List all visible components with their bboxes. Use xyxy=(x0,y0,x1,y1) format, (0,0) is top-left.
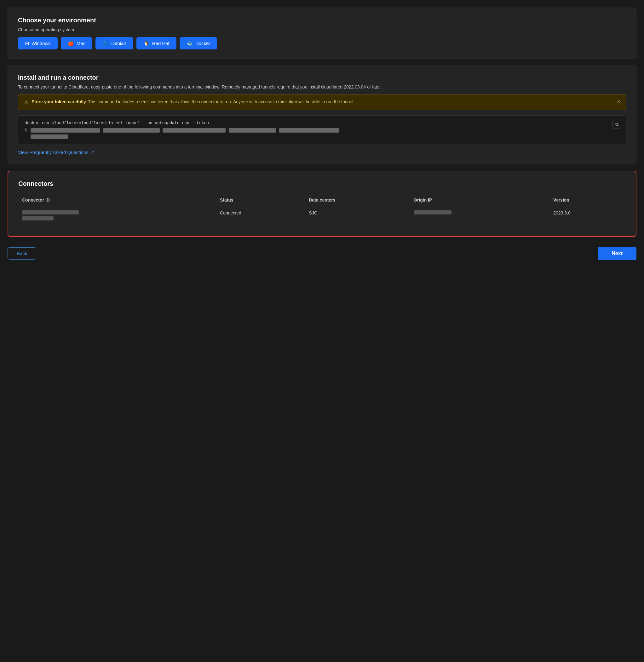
origin-ip-cell xyxy=(410,205,550,228)
os-btn-redhat-label: Red Hat xyxy=(152,41,169,46)
os-btn-debian-label: Debian xyxy=(111,41,127,46)
warning-icon: ⚠ xyxy=(24,99,28,105)
connector-id-blur-2 xyxy=(22,216,53,220)
apple-icon: 🍎 xyxy=(68,40,74,46)
command-content xyxy=(30,128,619,139)
connectors-table-header: Connector ID Status Data centers Origin … xyxy=(18,195,626,205)
warning-bold: Store your token carefully. xyxy=(31,99,87,104)
origin-ip-blur xyxy=(414,210,452,214)
next-button[interactable]: Next xyxy=(598,247,637,260)
connectors-header-row: Connector ID Status Data centers Origin … xyxy=(18,195,626,205)
install-connector-title: Install and run a connector xyxy=(18,74,626,81)
token-blur-6 xyxy=(30,135,68,139)
choose-env-subtitle: Choose an operating system: xyxy=(18,27,626,32)
os-btn-windows-label: Windows xyxy=(31,41,51,46)
back-button[interactable]: Back xyxy=(7,247,36,260)
token-blur-4 xyxy=(229,128,276,133)
col-connector-id: Connector ID xyxy=(18,195,216,205)
token-blur-1 xyxy=(30,128,100,133)
warning-box: ⚠ Store your token carefully. This comma… xyxy=(18,94,626,110)
warning-close-button[interactable]: × xyxy=(617,99,620,104)
choose-env-title: Choose your environment xyxy=(18,17,626,24)
debian-icon: 🔵 xyxy=(102,40,109,46)
os-btn-docker[interactable]: 🐳 Docker xyxy=(180,37,217,49)
docker-icon: 🐳 xyxy=(186,40,193,46)
col-status: Status xyxy=(216,195,305,205)
bottom-navigation: Back Next xyxy=(7,243,637,264)
connectors-table: Connector ID Status Data centers Origin … xyxy=(18,195,626,228)
command-box: docker run cloudflare/cloudflared:latest… xyxy=(18,115,626,144)
os-btn-mac[interactable]: 🍎 Mac xyxy=(61,37,92,49)
install-connector-description: To connect your tunnel to Cloudflare, co… xyxy=(18,85,626,90)
os-btn-mac-label: Mac xyxy=(76,41,85,46)
version-cell: 2023.3.0 xyxy=(550,205,626,228)
token-blur-2 xyxy=(103,128,160,133)
table-row: Connected SJC 2023.3.0 xyxy=(18,205,626,228)
os-buttons-group: ⊞ Windows 🍎 Mac 🔵 Debian 🐧 Red Hat 🐳 Doc… xyxy=(18,37,626,49)
version-value: 2023.3.0 xyxy=(553,210,571,215)
command-line-1: docker run cloudflare/cloudflared:latest… xyxy=(25,121,619,125)
command-line-2: $ xyxy=(25,128,619,139)
copy-command-button[interactable]: ⧉ xyxy=(613,120,621,128)
status-cell: Connected xyxy=(216,205,305,228)
faq-link-text: View Frequently Asked Questions xyxy=(18,149,89,155)
col-origin-ip: Origin IP xyxy=(410,195,550,205)
choose-environment-card: Choose your environment Choose an operat… xyxy=(7,7,637,58)
dollar-sign: $ xyxy=(25,128,27,133)
faq-link[interactable]: View Frequently Asked Questions ↗ xyxy=(18,149,94,155)
data-centers-cell: SJC xyxy=(305,205,410,228)
col-data-centers: Data centers xyxy=(305,195,410,205)
os-btn-debian[interactable]: 🔵 Debian xyxy=(95,37,133,49)
warning-body: This command includes a sensitive token … xyxy=(88,99,354,104)
status-value: Connected xyxy=(220,210,242,215)
connector-id-blur-1 xyxy=(22,210,79,214)
install-connector-card: Install and run a connector To connect y… xyxy=(7,65,637,164)
connectors-title: Connectors xyxy=(18,180,626,187)
token-blur-3 xyxy=(163,128,226,133)
connectors-card: Connectors Connector ID Status Data cent… xyxy=(7,171,637,237)
warning-text: Store your token carefully. This command… xyxy=(31,99,614,104)
connectors-table-body: Connected SJC 2023.3.0 xyxy=(18,205,626,228)
os-btn-docker-label: Docker xyxy=(196,41,210,46)
connector-id-cell xyxy=(18,205,216,228)
token-blur-5 xyxy=(279,128,339,133)
col-version: Version xyxy=(550,195,626,205)
os-btn-redhat[interactable]: 🐧 Red Hat xyxy=(136,37,177,49)
os-btn-windows[interactable]: ⊞ Windows xyxy=(18,37,58,49)
redhat-icon: 🐧 xyxy=(143,40,150,46)
windows-icon: ⊞ xyxy=(25,40,29,46)
data-centers-value: SJC xyxy=(309,210,317,215)
external-link-icon: ↗ xyxy=(90,149,94,155)
